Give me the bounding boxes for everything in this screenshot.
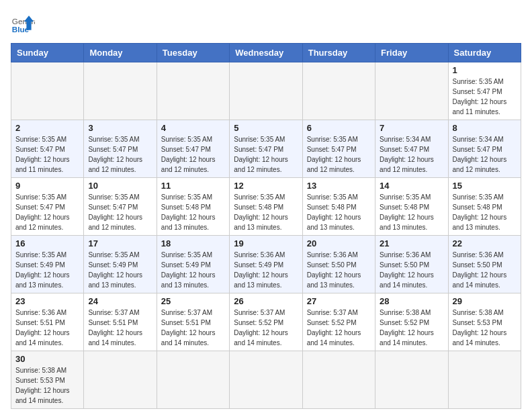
calendar-cell: 16Sunrise: 5:35 AMSunset: 5:49 PMDayligh… <box>11 236 84 293</box>
day-info: Sunrise: 5:35 AMSunset: 5:47 PMDaylight:… <box>453 77 517 117</box>
week-row-4: 16Sunrise: 5:35 AMSunset: 5:49 PMDayligh… <box>11 236 521 293</box>
day-number: 6 <box>307 123 371 133</box>
calendar-cell: 30Sunrise: 5:38 AMSunset: 5:53 PMDayligh… <box>11 351 84 409</box>
calendar-cell: 11Sunrise: 5:35 AMSunset: 5:48 PMDayligh… <box>157 178 229 236</box>
day-number: 5 <box>234 123 298 133</box>
day-number: 13 <box>307 181 371 191</box>
logo-icon: General Blue <box>11 11 35 35</box>
calendar-cell <box>375 62 448 120</box>
day-number: 28 <box>380 296 443 306</box>
day-info: Sunrise: 5:35 AMSunset: 5:47 PMDaylight:… <box>88 134 152 175</box>
day-number: 11 <box>161 181 225 191</box>
calendar-cell: 6Sunrise: 5:35 AMSunset: 5:47 PMDaylight… <box>302 120 375 178</box>
day-info: Sunrise: 5:35 AMSunset: 5:47 PMDaylight:… <box>161 134 225 175</box>
day-info: Sunrise: 5:35 AMSunset: 5:48 PMDaylight:… <box>453 192 517 232</box>
weekday-header-sunday: Sunday <box>11 44 84 62</box>
calendar-cell: 7Sunrise: 5:34 AMSunset: 5:47 PMDaylight… <box>375 120 448 178</box>
week-row-5: 23Sunrise: 5:36 AMSunset: 5:51 PMDayligh… <box>11 293 521 351</box>
calendar-cell: 5Sunrise: 5:35 AMSunset: 5:47 PMDaylight… <box>230 120 302 178</box>
calendar-cell: 4Sunrise: 5:35 AMSunset: 5:47 PMDaylight… <box>157 120 229 178</box>
logo: General Blue <box>11 11 35 35</box>
calendar-cell: 27Sunrise: 5:37 AMSunset: 5:52 PMDayligh… <box>302 293 375 351</box>
day-number: 14 <box>380 181 443 191</box>
calendar-cell <box>230 62 302 120</box>
day-number: 4 <box>161 123 225 133</box>
calendar-cell: 17Sunrise: 5:35 AMSunset: 5:49 PMDayligh… <box>84 236 157 293</box>
calendar-cell: 23Sunrise: 5:36 AMSunset: 5:51 PMDayligh… <box>11 293 84 351</box>
calendar-cell <box>230 351 302 409</box>
weekday-header-tuesday: Tuesday <box>157 44 229 62</box>
day-info: Sunrise: 5:36 AMSunset: 5:51 PMDaylight:… <box>15 308 79 348</box>
day-info: Sunrise: 5:35 AMSunset: 5:48 PMDaylight:… <box>234 192 298 232</box>
calendar-cell: 12Sunrise: 5:35 AMSunset: 5:48 PMDayligh… <box>230 178 302 236</box>
calendar-cell: 18Sunrise: 5:35 AMSunset: 5:49 PMDayligh… <box>157 236 229 293</box>
week-row-3: 9Sunrise: 5:35 AMSunset: 5:47 PMDaylight… <box>11 178 521 236</box>
calendar-cell <box>84 62 157 120</box>
day-info: Sunrise: 5:34 AMSunset: 5:47 PMDaylight:… <box>380 134 443 175</box>
day-number: 3 <box>88 123 152 133</box>
day-info: Sunrise: 5:35 AMSunset: 5:48 PMDaylight:… <box>380 192 443 232</box>
calendar-cell: 2Sunrise: 5:35 AMSunset: 5:47 PMDaylight… <box>11 120 84 178</box>
day-number: 9 <box>15 181 79 191</box>
day-number: 7 <box>380 123 443 133</box>
day-info: Sunrise: 5:36 AMSunset: 5:49 PMDaylight:… <box>234 250 298 290</box>
day-info: Sunrise: 5:37 AMSunset: 5:51 PMDaylight:… <box>161 308 225 348</box>
calendar-cell: 8Sunrise: 5:34 AMSunset: 5:47 PMDaylight… <box>448 120 521 178</box>
calendar-cell <box>375 351 448 409</box>
calendar-cell: 10Sunrise: 5:35 AMSunset: 5:47 PMDayligh… <box>84 178 157 236</box>
day-number: 17 <box>88 238 152 248</box>
calendar-cell: 1Sunrise: 5:35 AMSunset: 5:47 PMDaylight… <box>448 62 521 120</box>
calendar-cell: 28Sunrise: 5:38 AMSunset: 5:52 PMDayligh… <box>375 293 448 351</box>
calendar: SundayMondayTuesdayWednesdayThursdayFrid… <box>11 43 521 409</box>
calendar-cell <box>84 351 157 409</box>
day-info: Sunrise: 5:38 AMSunset: 5:52 PMDaylight:… <box>380 308 443 348</box>
day-number: 18 <box>161 238 225 248</box>
calendar-cell: 19Sunrise: 5:36 AMSunset: 5:49 PMDayligh… <box>230 236 302 293</box>
day-info: Sunrise: 5:35 AMSunset: 5:49 PMDaylight:… <box>88 250 152 290</box>
calendar-cell <box>302 351 375 409</box>
day-info: Sunrise: 5:35 AMSunset: 5:49 PMDaylight:… <box>15 250 79 290</box>
day-info: Sunrise: 5:37 AMSunset: 5:52 PMDaylight:… <box>234 308 298 348</box>
day-number: 30 <box>15 354 79 364</box>
weekday-header-thursday: Thursday <box>302 44 375 62</box>
day-number: 12 <box>234 181 298 191</box>
day-number: 2 <box>15 123 79 133</box>
day-info: Sunrise: 5:34 AMSunset: 5:47 PMDaylight:… <box>453 134 517 175</box>
day-info: Sunrise: 5:35 AMSunset: 5:48 PMDaylight:… <box>307 192 371 232</box>
calendar-cell: 15Sunrise: 5:35 AMSunset: 5:48 PMDayligh… <box>448 178 521 236</box>
day-number: 29 <box>453 296 517 306</box>
day-number: 23 <box>15 296 79 306</box>
calendar-cell <box>448 351 521 409</box>
day-number: 1 <box>453 65 517 75</box>
day-number: 27 <box>307 296 371 306</box>
calendar-cell: 3Sunrise: 5:35 AMSunset: 5:47 PMDaylight… <box>84 120 157 178</box>
calendar-cell: 22Sunrise: 5:36 AMSunset: 5:50 PMDayligh… <box>448 236 521 293</box>
day-info: Sunrise: 5:36 AMSunset: 5:50 PMDaylight:… <box>453 250 517 290</box>
day-number: 24 <box>88 296 152 306</box>
calendar-cell: 21Sunrise: 5:36 AMSunset: 5:50 PMDayligh… <box>375 236 448 293</box>
calendar-cell <box>157 351 229 409</box>
day-info: Sunrise: 5:35 AMSunset: 5:47 PMDaylight:… <box>234 134 298 175</box>
calendar-cell <box>157 62 229 120</box>
calendar-cell: 14Sunrise: 5:35 AMSunset: 5:48 PMDayligh… <box>375 178 448 236</box>
day-number: 16 <box>15 238 79 248</box>
week-row-2: 2Sunrise: 5:35 AMSunset: 5:47 PMDaylight… <box>11 120 521 178</box>
week-row-6: 30Sunrise: 5:38 AMSunset: 5:53 PMDayligh… <box>11 351 521 409</box>
calendar-cell: 13Sunrise: 5:35 AMSunset: 5:48 PMDayligh… <box>302 178 375 236</box>
day-info: Sunrise: 5:38 AMSunset: 5:53 PMDaylight:… <box>15 365 79 406</box>
day-info: Sunrise: 5:35 AMSunset: 5:47 PMDaylight:… <box>307 134 371 175</box>
day-number: 22 <box>453 238 517 248</box>
calendar-cell: 26Sunrise: 5:37 AMSunset: 5:52 PMDayligh… <box>230 293 302 351</box>
day-info: Sunrise: 5:38 AMSunset: 5:53 PMDaylight:… <box>453 308 517 348</box>
day-info: Sunrise: 5:37 AMSunset: 5:52 PMDaylight:… <box>307 308 371 348</box>
weekday-header-row: SundayMondayTuesdayWednesdayThursdayFrid… <box>11 44 521 62</box>
weekday-header-monday: Monday <box>84 44 157 62</box>
day-number: 10 <box>88 181 152 191</box>
day-number: 15 <box>453 181 517 191</box>
calendar-cell: 25Sunrise: 5:37 AMSunset: 5:51 PMDayligh… <box>157 293 229 351</box>
calendar-cell <box>302 62 375 120</box>
day-info: Sunrise: 5:36 AMSunset: 5:50 PMDaylight:… <box>380 250 443 290</box>
day-number: 26 <box>234 296 298 306</box>
day-info: Sunrise: 5:35 AMSunset: 5:47 PMDaylight:… <box>88 192 152 232</box>
day-info: Sunrise: 5:35 AMSunset: 5:49 PMDaylight:… <box>161 250 225 290</box>
